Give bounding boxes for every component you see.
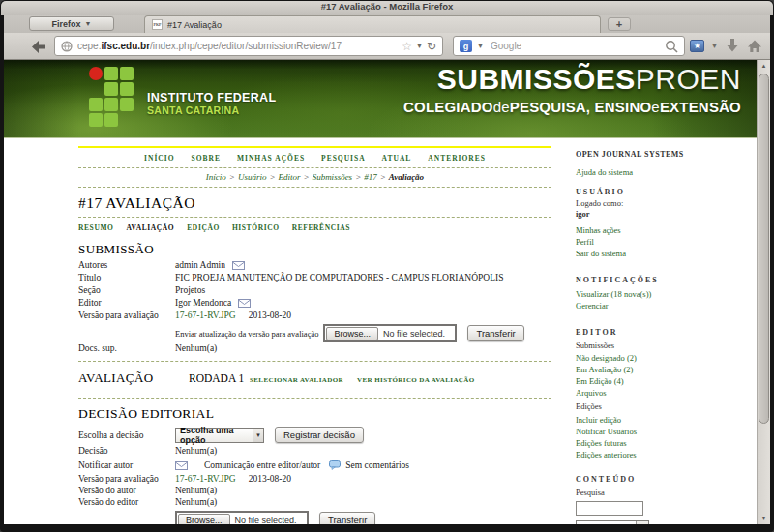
logout-link[interactable]: Sair do sistema	[576, 250, 748, 258]
bookmark-star-icon[interactable]: ☆	[402, 41, 412, 52]
toolbar-buttons: ★ ▼	[690, 38, 762, 53]
reload-icon[interactable]: ↻	[427, 41, 436, 52]
in-editing-link[interactable]: Em Edição (4)	[576, 377, 748, 386]
file-input[interactable]: Browse... No file selected.	[323, 324, 457, 342]
logged-as-label: Logado como:	[576, 199, 748, 208]
nav-sobre[interactable]: SOBRE	[192, 154, 221, 163]
urlbar-dropdown-icon[interactable]: ▼	[416, 43, 423, 49]
transfer-button[interactable]: Transferir	[319, 512, 375, 524]
new-tab-button[interactable]: +	[608, 17, 631, 31]
search-magnifier-icon[interactable]	[665, 40, 678, 53]
search-input[interactable]	[489, 40, 660, 52]
breadcrumb-link[interactable]: #17	[364, 172, 377, 182]
tab-avaliacao[interactable]: AVALIAÇÃO	[127, 223, 175, 232]
section-value: Projetos	[175, 285, 205, 295]
unassigned-link[interactable]: Não designado (2)	[576, 354, 748, 363]
profile-link[interactable]: Perfil	[576, 238, 748, 247]
breadcrumb-current: Avaliação	[389, 172, 424, 182]
window-titlebar[interactable]: #17 Avaliação - Mozilla Firefox	[1, 1, 773, 15]
url-bar[interactable]: cepe.ifsc.edu.br/index.php/cepe/editor/s…	[54, 36, 443, 56]
browse-button[interactable]: Browse...	[326, 327, 378, 340]
view-review-history-link[interactable]: VER HISTÓRICO DA AVALIAÇÃO	[357, 376, 475, 384]
journal-title-light: PROEN	[636, 63, 741, 95]
tab-edicao[interactable]: EDIÇÃO	[187, 223, 220, 232]
search-bar[interactable]: g ▼	[453, 36, 685, 56]
tab-resumo[interactable]: RESUMO	[78, 223, 114, 232]
email-icon[interactable]	[175, 461, 188, 470]
system-help-link[interactable]: Ajuda do sistema	[576, 168, 748, 177]
author-version-row: Versão do autor Nenhum(a)	[78, 486, 551, 495]
nav-minhas-acoes[interactable]: MINHAS AÇÕES	[237, 154, 305, 163]
active-tab[interactable]: PKP #17 Avaliação	[144, 15, 601, 33]
scroll-down-icon[interactable]: ▼	[758, 513, 770, 524]
divider	[78, 361, 551, 362]
content-heading: CONTEÚDO	[576, 475, 748, 484]
bookmarks-dropdown-icon[interactable]: ▼	[711, 43, 718, 49]
upload-row: Enviar atualização da versão para avalia…	[78, 324, 551, 342]
sidebar-search-input[interactable]	[576, 501, 643, 516]
divider	[78, 398, 551, 399]
nav-inicio[interactable]: INÍCIO	[144, 154, 174, 163]
review-version-file-link[interactable]: 17-67-1-RV.JPG	[175, 310, 236, 320]
nav-toolbar: cepe.ifsc.edu.br/index.php/cepe/editor/s…	[4, 33, 770, 60]
user-heading: USUÁRIO	[576, 188, 748, 196]
view-notifications-link[interactable]: Visualizar (18 nova(s))	[576, 290, 748, 299]
select-reviewer-link[interactable]: SELECIONAR AVALIADOR	[250, 376, 343, 384]
search-scope-select[interactable]: Todos ▼	[576, 520, 649, 525]
breadcrumb-link[interactable]: Usuário	[238, 172, 267, 182]
institute-name: INSTITUTO FEDERAL SANTA CATARINA	[147, 91, 276, 116]
breadcrumb: Início>Usuário>Editor>Submissões>#17>Ava…	[78, 172, 551, 182]
back-button[interactable]	[25, 38, 48, 55]
in-review-link[interactable]: Em Avaliação (2)	[576, 366, 748, 374]
future-issues-link[interactable]: Edições futuras	[576, 439, 748, 448]
register-decision-button[interactable]: Registrar decisão	[275, 427, 364, 443]
field-label: Seção	[78, 285, 175, 295]
journal-title-bold: SUBMISSÕES	[437, 63, 636, 95]
breadcrumb-link[interactable]: Início	[206, 172, 226, 182]
scrollbar-thumb[interactable]	[759, 74, 769, 424]
nav-atual[interactable]: ATUAL	[382, 154, 412, 163]
file-input[interactable]: Browse... No file selected.	[175, 511, 309, 524]
review-version-file-link[interactable]: 17-67-1-RV.JPG	[175, 474, 236, 484]
review-version-date: 2013-08-20	[249, 474, 291, 484]
back-icon	[29, 39, 45, 55]
notify-users-link[interactable]: Notificar Usuários	[576, 428, 748, 436]
journal-title: SUBMISSÕESPROEN COLEGIADOdePESQUISA, ENS…	[403, 64, 741, 115]
tab-historico[interactable]: HISTÓRICO	[232, 223, 280, 232]
review-heading-row: AVALIAÇÃO RODADA 1 SELECIONAR AVALIADOR …	[78, 370, 551, 386]
author-version-value: Nenhum(a)	[175, 486, 217, 495]
bookmarks-menu-icon[interactable]: ★	[690, 40, 704, 52]
decision-select[interactable]: Escolha uma opção ▼	[175, 428, 264, 443]
tab-referencias[interactable]: REFERÊNCIAS	[292, 223, 350, 232]
window-title: #17 Avaliação - Mozilla Firefox	[321, 1, 454, 12]
create-issue-link[interactable]: Incluir edição	[576, 416, 748, 425]
breadcrumb-link[interactable]: Editor	[279, 172, 301, 182]
browse-button[interactable]: Browse...	[178, 514, 230, 525]
editor-version-row: Versão do editor Nenhum(a)	[78, 497, 551, 507]
scroll-up-icon[interactable]: ▲	[758, 60, 770, 72]
firefox-menu-button[interactable]: Firefox ▼	[29, 16, 114, 31]
archives-link[interactable]: Arquivos	[576, 389, 748, 398]
search-engine-dropdown-icon[interactable]: ▼	[477, 43, 484, 49]
field-row-authors: Autores admin Admin	[78, 260, 551, 270]
home-icon[interactable]	[747, 39, 762, 53]
globe-icon	[61, 41, 73, 52]
field-label: Versão do editor	[78, 497, 175, 507]
my-actions-link[interactable]: Minhas ações	[576, 226, 748, 235]
nav-pesquisa[interactable]: PESQUISA	[321, 154, 366, 163]
nav-anteriores[interactable]: ANTERIORES	[428, 154, 486, 163]
decision-value-row: Decisão Nenhum(a)	[78, 446, 551, 456]
vertical-scrollbar[interactable]: ▲ ▼	[757, 60, 770, 524]
transfer-button[interactable]: Transferir	[467, 325, 523, 341]
decision-choose-row: Escolha a decisão Escolha uma opção ▼ Re…	[78, 427, 551, 443]
no-file-text: No file selected.	[230, 516, 297, 525]
manage-notifications-link[interactable]: Gerenciar	[576, 302, 748, 310]
tagline-part: e	[651, 99, 660, 115]
back-issues-link[interactable]: Edições anteriores	[576, 451, 748, 459]
download-icon[interactable]	[725, 38, 740, 53]
breadcrumb-separator: >	[269, 172, 275, 182]
email-icon[interactable]	[238, 299, 251, 308]
breadcrumb-link[interactable]: Submissões	[313, 172, 353, 182]
email-icon[interactable]	[232, 261, 245, 270]
journal-banner: INSTITUTO FEDERAL SANTA CATARINA SUBMISS…	[4, 60, 757, 138]
